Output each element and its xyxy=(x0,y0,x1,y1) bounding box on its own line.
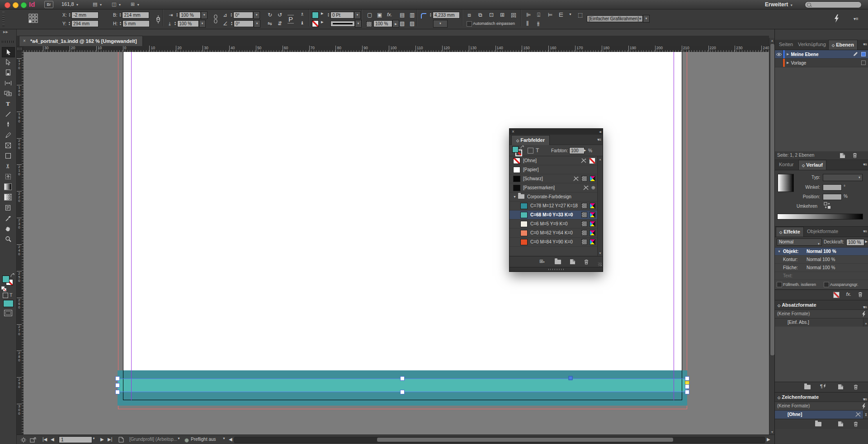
fit-content-to-frame-button[interactable]: ⊡ xyxy=(489,12,494,18)
corner-radius-stepper[interactable]: ▲▼ xyxy=(429,12,433,19)
previous-page-button[interactable]: ◀ xyxy=(51,437,54,442)
blend-mode-select[interactable]: Normal▼ xyxy=(777,238,822,246)
swap-fill-stroke-icon[interactable] xyxy=(520,145,524,149)
control-panel-menu-icon[interactable]: ▾≡ xyxy=(854,16,859,21)
last-page-button[interactable]: ▶| xyxy=(108,437,112,442)
rotation-stepper[interactable]: ▲▼ xyxy=(229,12,233,19)
align-right-button[interactable]: ⊨ xyxy=(548,12,552,18)
style-list-scrollbar[interactable]: ▲ xyxy=(863,318,868,327)
swatch-row[interactable]: C=68 M=0 Y=33 K=0 xyxy=(509,210,603,220)
preflight-menu-chevron-icon[interactable]: ▼ xyxy=(222,437,226,440)
space-vertical-button[interactable]: ⫵ xyxy=(537,20,540,27)
gradient-ramp[interactable] xyxy=(777,214,863,220)
tab-verlauf[interactable]: ◇Verlauf xyxy=(798,160,826,170)
selection-tool[interactable] xyxy=(2,47,15,57)
style-list-item[interactable]: [Ohne]▲▼ xyxy=(775,411,868,419)
vertical-justify-center-icon[interactable]: ▥ xyxy=(410,12,415,18)
pen-tool[interactable] xyxy=(2,120,14,129)
panel-menu-icon[interactable]: ▾≡ xyxy=(597,137,601,142)
direct-selection-tool[interactable] xyxy=(2,57,14,67)
layer-row[interactable]: ▶Meine Ebene xyxy=(775,50,868,59)
scale-x-stepper[interactable]: ▲▼ xyxy=(175,12,179,19)
stroke-style-select[interactable] xyxy=(330,21,355,27)
page-list-chevron-icon[interactable]: ▼ xyxy=(92,437,95,440)
swatch-views-icon[interactable]: ⊞▾ xyxy=(539,259,544,264)
screen-mode-button[interactable]: ◫▼ xyxy=(112,1,121,8)
shear-stepper[interactable]: ▲▼ xyxy=(230,20,234,27)
quick-apply-lightning-icon[interactable] xyxy=(862,403,866,409)
flyout-arrow-icon[interactable]: ▶ xyxy=(865,240,868,243)
handle-bottom-right[interactable] xyxy=(685,390,689,394)
gradient-feather-tool[interactable] xyxy=(2,192,14,202)
panel-resize-grip[interactable] xyxy=(598,262,602,266)
panel-menu-icon[interactable]: ▾≡ xyxy=(863,162,867,167)
document-canvas[interactable] xyxy=(24,52,769,435)
horizontal-scrollbar[interactable] xyxy=(234,437,765,443)
swatches-panel-drag-bar[interactable]: × ◂◂ xyxy=(509,129,603,135)
delete-style-icon[interactable] xyxy=(853,421,859,428)
swatch-row[interactable]: [Passermarken]⊕ xyxy=(509,183,603,192)
search-input[interactable] xyxy=(805,1,862,8)
page-number-input[interactable]: 1 xyxy=(59,436,92,443)
x-input[interactable]: -2 mm xyxy=(71,12,99,19)
isolate-blending-checkbox[interactable] xyxy=(777,282,782,287)
swap-fill-stroke-icon[interactable] xyxy=(10,273,14,277)
align-left-button[interactable]: ⊫ xyxy=(526,12,531,18)
panel-fill-proxy[interactable] xyxy=(512,146,519,153)
handle-top-right[interactable] xyxy=(685,376,689,381)
free-transform-tool[interactable] xyxy=(2,172,14,181)
tab-ebenen[interactable]: ◇Ebenen xyxy=(828,40,858,50)
gradient-type-select[interactable]: ▼ xyxy=(823,174,863,181)
formatting-affects-container-icon[interactable] xyxy=(3,293,8,298)
fit-content-proportionally-button[interactable]: ⧉ xyxy=(478,12,482,18)
scale-y-stepper[interactable]: ▲▼ xyxy=(173,20,177,27)
ruler-origin-corner[interactable] xyxy=(16,46,24,52)
corner-radius-input[interactable]: 4,233 mm xyxy=(433,12,460,19)
swatch-row[interactable]: C=6 M=5 Y=9 K=0 xyxy=(509,220,603,229)
close-panel-icon[interactable]: × xyxy=(512,129,514,134)
height-input[interactable]: 5 mm xyxy=(123,20,150,27)
content-collector-tool[interactable] xyxy=(2,89,14,98)
fill-color-swatch[interactable] xyxy=(312,12,319,19)
handle-bottom-left[interactable] xyxy=(115,390,120,394)
stroke-weight-input[interactable]: 0 Pt xyxy=(330,12,354,19)
shadow-preview-icon[interactable]: ▣ xyxy=(377,12,382,18)
swatch-row[interactable]: C=78 M=12 Y=27 K=18 xyxy=(509,201,603,210)
gradient-reverse-icon[interactable] xyxy=(824,202,831,209)
tint-input[interactable]: 100 xyxy=(569,147,585,154)
collapse-diamond-icon[interactable]: ◇ xyxy=(778,304,780,308)
tab-objektformate[interactable]: Objektformate xyxy=(804,227,841,236)
swatch-row[interactable]: [Papier] xyxy=(509,165,603,174)
formatting-affects-text-icon[interactable]: T xyxy=(536,147,539,154)
scroll-down-icon[interactable]: ▼ xyxy=(598,252,603,255)
effects-row[interactable]: Kontur:Normal 100 % xyxy=(775,256,868,264)
new-style-icon[interactable] xyxy=(838,421,843,427)
handle-mid-right[interactable] xyxy=(685,384,689,389)
shear-input[interactable]: 0° xyxy=(234,20,254,27)
flip-vertical-button[interactable]: ⇵ xyxy=(278,20,282,27)
distribute-button[interactable]: ⋿ xyxy=(559,12,563,18)
chevron-down-icon[interactable]: ▼ xyxy=(354,11,361,19)
swatch-row[interactable]: C=0 M=62 Y=64 K=0 xyxy=(509,229,603,238)
swatch-group-row[interactable]: ▼Corporate-Farbdesign xyxy=(509,192,603,201)
corner-shape-select[interactable]: ▼ xyxy=(433,20,448,28)
scissors-tool[interactable]: ✂ xyxy=(2,161,14,171)
style-group-folder-icon[interactable] xyxy=(804,385,811,390)
width-input[interactable]: 214 mm xyxy=(122,12,149,19)
tab-farbfelder[interactable]: ◇Farbfelder xyxy=(511,135,550,145)
disclosure-triangle-icon[interactable]: ▼ xyxy=(513,195,516,198)
stroke-weight-stepper[interactable]: ▲▼ xyxy=(326,12,330,19)
corner-options-icon[interactable] xyxy=(420,13,427,19)
close-tab-icon[interactable]: × xyxy=(23,36,26,46)
style-group-folder-icon[interactable] xyxy=(815,422,821,427)
horizontal-ruler[interactable]: 3020100102030405060708090100110120130140… xyxy=(24,46,769,52)
chevron-down-icon[interactable]: ▼ xyxy=(177,437,180,440)
new-swatch-icon[interactable] xyxy=(570,259,575,265)
line-tool[interactable] xyxy=(2,109,14,119)
toolbar-fill-swatch[interactable] xyxy=(2,276,9,283)
center-content-button[interactable]: 回 xyxy=(511,12,516,19)
chevron-down-icon[interactable]: ▼ xyxy=(201,11,208,19)
visibility-cell[interactable] xyxy=(775,50,783,58)
preflight-profile-select[interactable]: [Grundprofil] (Arbeitsp... xyxy=(129,437,177,442)
export-preview-icon[interactable] xyxy=(30,437,36,443)
